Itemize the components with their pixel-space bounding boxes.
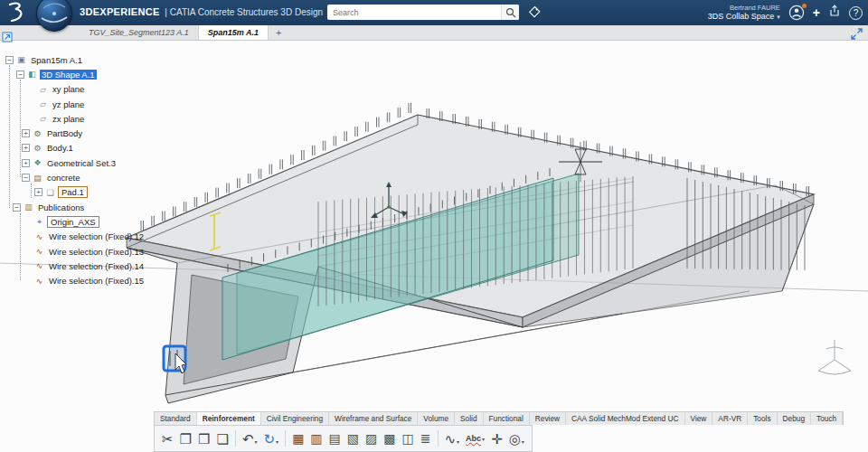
- tree-item-label: Span15m A.1: [29, 55, 84, 65]
- tree-item-yz-plane[interactable]: ▱ yz plane: [4, 97, 184, 111]
- tab-tools[interactable]: Tools: [748, 412, 777, 425]
- expander-icon[interactable]: −: [13, 203, 21, 212]
- expander-icon[interactable]: −: [5, 56, 14, 64]
- tree-item-label: Wire selection (Fixed).15: [47, 276, 146, 286]
- wire-icon: ∿: [34, 232, 44, 241]
- search-bar: [327, 5, 519, 20]
- spellcheck-icon[interactable]: Abc▾: [466, 435, 485, 443]
- tree-item-wire-selection-14[interactable]: ∿ Wire selection (Fixed).14: [4, 259, 184, 273]
- pad-icon: ❑: [45, 188, 55, 197]
- cut-icon[interactable]: ✂: [162, 432, 174, 446]
- plane-icon: ▱: [38, 114, 48, 123]
- rebar-spacing-icon[interactable]: ≣: [420, 432, 431, 445]
- expander-icon[interactable]: −: [16, 71, 24, 79]
- rebar-bars-icon[interactable]: ▤: [329, 432, 341, 445]
- tree-item-origin-axs[interactable]: ⌖ Origin_AXS: [4, 214, 184, 229]
- tree-item-partbody[interactable]: + ⚙ PartBody: [4, 126, 184, 140]
- tag-icon[interactable]: [528, 5, 542, 19]
- update-icon[interactable]: ↻▾: [264, 432, 279, 446]
- tree-item-publications[interactable]: − ▥ Publications: [4, 200, 184, 214]
- compass-logo[interactable]: [36, 0, 72, 32]
- collab-space-selector[interactable]: 3DS Collab Space▾: [708, 12, 780, 21]
- tab-caa-solid-mechmod[interactable]: CAA Solid MechMod Extend UC: [566, 412, 685, 425]
- restore-panel-icon[interactable]: [2, 30, 13, 46]
- rebar-layer-icon[interactable]: ▩: [383, 432, 395, 445]
- copy-icon[interactable]: ❐: [180, 432, 192, 446]
- expander-icon[interactable]: +: [22, 144, 30, 152]
- search-icon[interactable]: [501, 5, 519, 20]
- tree-item-label: Geometrical Set.3: [45, 158, 118, 168]
- chevron-down-icon: ▾: [777, 14, 780, 20]
- tab-reinforcement[interactable]: Reinforcement: [197, 412, 261, 425]
- measure-icon[interactable]: ✛: [491, 432, 503, 446]
- tab-standard[interactable]: Standard: [155, 412, 197, 425]
- tab-ar-vr[interactable]: AR-VR: [712, 412, 748, 425]
- action-bar-tools: ✂ ❐ ❒ ❏ ↶▾ ↻▾ ▦ ▥ ▤ ▧ ▨ ▩ ◫ ≣ ∿▾ Abc▾ ✛ …: [154, 425, 533, 452]
- tree-item-zx-plane[interactable]: ▱ zx plane: [4, 111, 184, 126]
- tree-item-xy-plane[interactable]: ▱ xy plane: [4, 82, 184, 97]
- tree-item-label: xy plane: [51, 84, 86, 94]
- chevron-down-icon: ▾: [255, 439, 258, 445]
- rebar-grid-icon[interactable]: ▨: [365, 432, 377, 445]
- expander-icon[interactable]: +: [22, 159, 30, 167]
- tree-item-span15m[interactable]: − ▣ Span15m A.1: [4, 52, 184, 67]
- toolbar-separator: [438, 430, 439, 447]
- help-icon[interactable]: ?: [849, 6, 863, 20]
- tree-item-label: concrete: [45, 173, 81, 183]
- rebar-cage-icon[interactable]: ▦: [292, 432, 304, 445]
- publications-icon: ▥: [24, 202, 33, 212]
- rebar-dowel-icon[interactable]: ◫: [402, 432, 414, 445]
- tab-functional[interactable]: Functional: [484, 412, 530, 425]
- tree-guide-line: [20, 213, 21, 280]
- tab-touch[interactable]: Touch: [811, 412, 843, 425]
- shape-icon: ◧: [27, 70, 37, 79]
- tab-debug[interactable]: Debug: [778, 412, 811, 425]
- maximize-icon[interactable]: [851, 27, 863, 43]
- curve-icon[interactable]: ∿▾: [445, 432, 460, 446]
- tree-item-label: Origin_AXS: [47, 216, 99, 228]
- tree-item-label: PartBody: [45, 128, 84, 138]
- chevron-down-icon: ▾: [522, 439, 524, 445]
- viewport[interactable]: − ▣ Span15m A.1 − ◧ 3D Shape A.1 ▱ xy pl…: [0, 41, 868, 452]
- gyro-icon[interactable]: ◎▾: [509, 432, 524, 446]
- paste-icon[interactable]: ❒: [198, 432, 210, 446]
- window-title: 3DEXPERIENCE | CATIA Concrete Structures…: [80, 6, 323, 17]
- top-app-bar: 3DEXPERIENCE | CATIA Concrete Structures…: [0, 0, 868, 25]
- view-compass[interactable]: [818, 340, 851, 374]
- tree-item-wire-selection-12[interactable]: ∿ Wire selection (Fixed).12: [4, 230, 184, 244]
- tab-review[interactable]: Review: [530, 412, 566, 425]
- tab-view[interactable]: View: [685, 412, 713, 425]
- tree-item-label: Wire selection (Fixed).13: [47, 247, 146, 257]
- tab-civil-engineering[interactable]: Civil Engineering: [261, 412, 329, 425]
- tab-wireframe-and-surface[interactable]: Wireframe and Surface: [329, 412, 418, 425]
- tab-solid[interactable]: Solid: [455, 412, 483, 425]
- expander-icon[interactable]: −: [22, 174, 30, 182]
- clipboard-icon[interactable]: ❏: [216, 432, 228, 446]
- undo-icon[interactable]: ↶▾: [242, 432, 258, 446]
- add-content-icon[interactable]: +: [813, 6, 820, 19]
- rebar-stirrup-icon[interactable]: ▧: [347, 432, 359, 445]
- doc-tab-span15m[interactable]: Span15m A.1: [199, 25, 269, 40]
- expander-icon[interactable]: +: [22, 129, 30, 137]
- tree-item-geometrical-set[interactable]: + ❖ Geometrical Set.3: [4, 155, 184, 170]
- expander-icon[interactable]: +: [34, 188, 42, 196]
- search-input[interactable]: [327, 8, 501, 17]
- tab-volume[interactable]: Volume: [418, 412, 455, 425]
- tree-item-body1[interactable]: + ⚙ Body.1: [4, 141, 184, 155]
- tree-guide-line: [31, 184, 32, 198]
- tree-guide-line: [20, 80, 21, 177]
- tree-item-wire-selection-15[interactable]: ∿ Wire selection (Fixed).15: [4, 273, 184, 287]
- profile-icon[interactable]: [788, 5, 805, 21]
- doc-tab-tgv-site-segment[interactable]: TGV_Site_Segment123 A.1: [80, 25, 199, 40]
- geometrical-set-icon: ❖: [33, 158, 42, 167]
- tree-item-wire-selection-13[interactable]: ∿ Wire selection (Fixed).13: [4, 244, 184, 259]
- document-tab-bar: TGV_Site_Segment123 A.1 Span15m A.1 +: [0, 25, 868, 41]
- action-bar: Standard Reinforcement Civil Engineering…: [154, 411, 844, 452]
- rebar-mesh-icon[interactable]: ▥: [310, 432, 322, 445]
- toolbar-separator: [285, 430, 286, 447]
- tree-item-3d-shape[interactable]: − ◧ 3D Shape A.1: [4, 67, 184, 81]
- notification-badge: [802, 4, 807, 8]
- product-icon: ▣: [16, 55, 26, 64]
- share-icon[interactable]: [828, 5, 841, 21]
- new-tab-button[interactable]: +: [269, 25, 288, 40]
